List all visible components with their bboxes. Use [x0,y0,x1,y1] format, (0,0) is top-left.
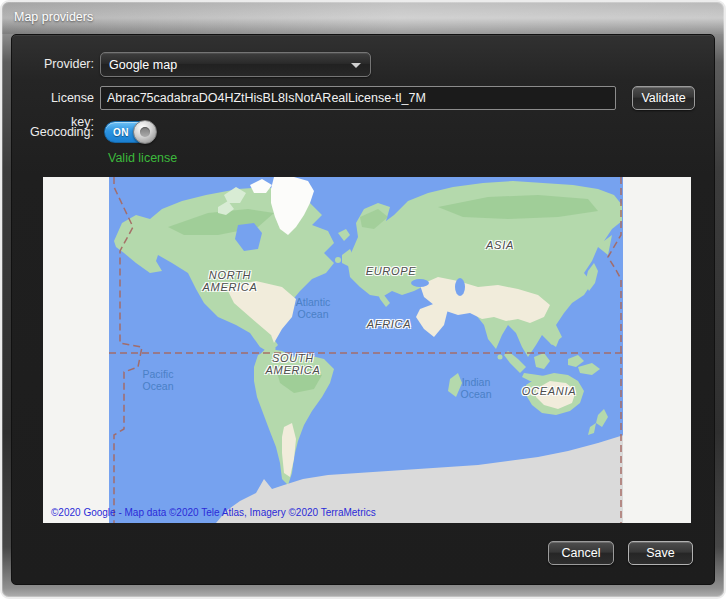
provider-select[interactable]: Google map [100,52,371,77]
validate-button[interactable]: Validate [632,86,695,110]
title-bar[interactable]: Map providers [2,2,724,34]
map-label-south-america: SOUTH AMERICA [265,352,320,376]
window-title: Map providers [14,10,93,24]
provider-selected-value: Google map [109,58,177,72]
map-label-north-america: NORTH AMERICA [202,269,257,293]
save-button[interactable]: Save [628,541,693,565]
toggle-knob [133,120,157,144]
map-preview[interactable]: NORTH AMERICA SOUTH AMERICA EUROPE AFRIC… [43,177,691,523]
map-providers-dialog: Map providers Provider: Google map Licen… [0,0,726,599]
map-tiles: NORTH AMERICA SOUTH AMERICA EUROPE AFRIC… [109,177,623,523]
chevron-down-icon [351,63,361,68]
world-map-svg [109,177,623,523]
content-panel: Provider: Google map License key: Valida… [11,34,715,585]
toggle-on-label: ON [113,122,129,143]
geocoding-toggle[interactable]: ON [104,121,156,143]
map-label-europe: EUROPE [366,265,417,277]
license-status-text: Valid license [108,151,177,165]
map-label-pacific-ocean: Pacific Ocean [143,368,174,392]
map-attribution: ©2020 Google - Map data ©2020 Tele Atlas… [51,507,376,518]
geocoding-label: Geocoding: [28,121,94,143]
cancel-button[interactable]: Cancel [548,541,614,565]
license-key-input[interactable] [100,86,616,110]
map-label-atlantic-ocean: Atlantic Ocean [296,296,330,320]
map-label-africa: AFRICA [367,318,412,330]
map-label-oceania: OCEANIA [522,385,576,397]
map-label-indian-ocean: Indian Ocean [461,376,492,400]
provider-label: Provider: [28,52,94,77]
map-label-asia: ASIA [486,239,514,251]
